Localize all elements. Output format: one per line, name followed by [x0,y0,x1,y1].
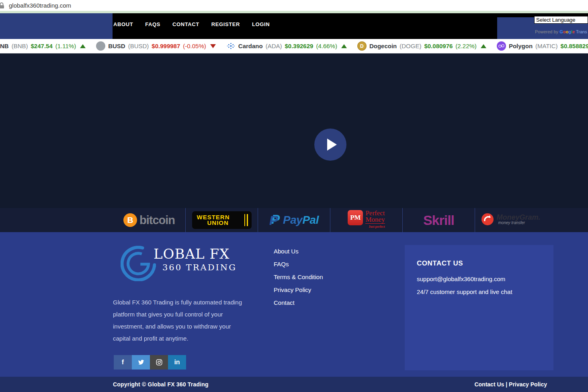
payment-logo-bitcoin: B bitcoin [113,208,185,232]
payment-logo-moneygram: MoneyGram. money transfer [475,208,547,232]
bottom-links: Contact Us | Privacy Policy [474,381,547,388]
url-text: globalfx360trading.com [9,2,71,9]
bitcoin-icon: B [123,213,137,227]
twitter-icon[interactable] [132,355,150,370]
footer-description: Global FX 360 Trading is fully automated… [113,296,246,345]
social-links: f in [114,355,186,370]
ticker-item-dogecoin[interactable]: D Dogecoin (DOGE) $0.080976 (2.22%) [357,41,486,51]
up-triangle-icon [80,44,86,48]
ticker-item-busd[interactable]: BUSD (BUSD) $0.999987 (-0.05%) [96,41,216,51]
perfect-money-icon: PM [348,210,363,225]
copyright-bar: Copyright © Global FX 360 Trading Contac… [0,377,588,392]
contact-us-panel: CONTACT US support@globalfx360trading.co… [405,245,553,370]
footer-link-item: FAQs [274,261,323,268]
moneygram-wordmark: MoneyGram. money transfer [496,215,540,225]
footer-nav-links: About Us FAQs Terms & Condition Privacy … [274,248,323,312]
footer-logo-text: LOBAL FX 360 TRADING [154,246,237,272]
play-icon [327,139,337,151]
ticker-item-polygon[interactable]: Polygon (MATIC) $0.858829 (2.90%) [497,41,588,51]
up-triangle-icon [341,44,347,48]
site-footer: LOBAL FX 360 TRADING Global FX 360 Tradi… [0,232,588,377]
polygon-coin-icon [497,41,506,51]
crypto-price-ticker: NB (BNB) $247.54 (1.11%) BUSD (BUSD) $0.… [0,39,588,53]
nav-link-contact[interactable]: CONTACT [172,21,199,27]
footer-link-item: Contact [274,299,323,306]
busd-coin-icon [96,41,105,51]
paypal-icon: P P [269,213,280,227]
globalfx-g-spiral-icon [121,246,156,283]
footer-logo: LOBAL FX 360 TRADING [121,246,237,283]
moneygram-globe-icon [481,213,494,227]
nav-links: ABOUT FAQS CONTACT REGISTER LOGIN [113,21,270,27]
instagram-icon[interactable] [150,355,168,370]
skrill-wordmark: Skrill [423,212,454,228]
paypal-wordmark: PayPal [283,214,319,227]
nav-link-faqs[interactable]: FAQS [145,21,160,27]
video-play-button[interactable] [314,129,346,161]
google-translate-attribution: Powered by Google Translate [535,29,587,34]
bottom-privacy-link[interactable]: Privacy Policy [509,381,547,388]
western-union-logo: WESTERN UNION [192,211,252,229]
linkedin-icon[interactable]: in [168,355,186,370]
footer-link-faqs[interactable]: FAQs [274,261,289,267]
language-select-dropdown[interactable]: Select Language [534,16,588,24]
payment-methods-strip: B bitcoin WESTERN UNION P P PayPal PM Pe… [0,208,588,232]
contact-us-heading: CONTACT US [417,259,541,267]
lock-icon [0,2,4,9]
facebook-icon[interactable]: f [114,355,132,370]
nav-link-register[interactable]: REGISTER [211,21,240,27]
hero-video-section [0,53,588,208]
up-triangle-icon [481,44,486,48]
payment-logo-skrill: Skrill [402,208,475,232]
ticker-item-bnb[interactable]: NB (BNB) $247.54 (1.11%) [0,43,86,49]
support-email: support@globalfx360trading.com [417,276,541,282]
main-navbar: ABOUT FAQS CONTACT REGISTER LOGIN Select… [0,13,588,39]
copyright-text: Copyright © Global FX 360 Trading [113,381,209,388]
footer-link-contact[interactable]: Contact [274,299,295,306]
payment-logo-western-union: WESTERN UNION [185,208,258,232]
perfect-money-wordmark: Perfect Money Just perfect [365,210,385,230]
footer-link-item: Terms & Condition [274,274,323,281]
nav-link-login[interactable]: LOGIN [252,21,270,27]
payment-logo-paypal: P P PayPal [258,208,330,232]
down-triangle-icon [210,44,216,48]
cardano-coin-icon [226,41,236,51]
bottom-contact-link[interactable]: Contact Us [474,381,504,388]
ticker-item-cardano[interactable]: Cardano (ADA) $0.392629 (4.66%) [226,41,347,51]
bitcoin-wordmark: bitcoin [139,214,175,227]
nav-link-about[interactable]: ABOUT [113,21,133,27]
western-union-bars-icon [244,214,248,226]
logo-placeholder-block [0,13,113,39]
footer-link-terms[interactable]: Terms & Condition [274,274,323,280]
footer-link-item: About Us [274,248,323,255]
footer-link-item: Privacy Policy [274,286,323,294]
dogecoin-coin-icon: D [357,41,367,51]
support-availability: 24/7 customer support and live chat [417,288,541,295]
footer-link-about-us[interactable]: About Us [274,248,299,255]
browser-address-bar[interactable]: globalfx360trading.com [0,0,588,11]
footer-link-privacy[interactable]: Privacy Policy [274,286,311,293]
payment-logo-perfect-money: PM Perfect Money Just perfect [330,208,402,232]
